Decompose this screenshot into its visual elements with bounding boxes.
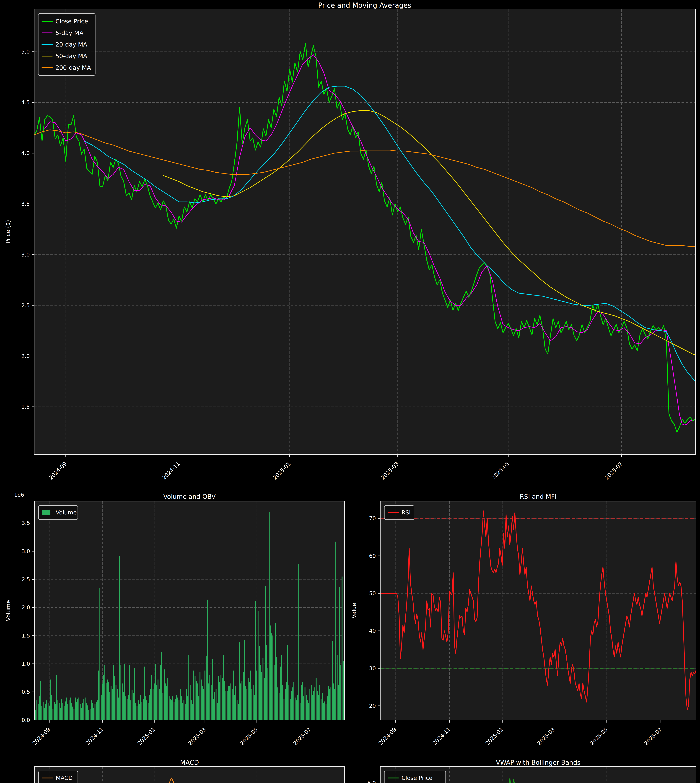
price-ma-axes-bg	[34, 9, 695, 455]
svg-text:5.0: 5.0	[367, 780, 376, 783]
svg-text:2025-07: 2025-07	[643, 726, 663, 746]
volume-obv-axes-bg	[35, 501, 345, 720]
svg-text:2.5: 2.5	[22, 576, 30, 583]
svg-text:2024-09: 2024-09	[377, 726, 397, 746]
vwap-bb-legend: Close PriceVWAPVWAP BB UpperVWAP BB Lowe…	[384, 771, 446, 783]
price-ma-legend: Close Price5-day MA20-day MA50-day MA200…	[38, 13, 95, 75]
svg-text:3.0: 3.0	[21, 252, 30, 258]
svg-text:2025-05: 2025-05	[589, 726, 609, 746]
chart-title: Volume and OBV	[35, 493, 345, 500]
svg-text:2025-07: 2025-07	[292, 726, 312, 746]
svg-text:2024-11: 2024-11	[84, 726, 105, 746]
macd-axes-bg	[35, 766, 345, 783]
svg-text:2025-03: 2025-03	[536, 726, 556, 746]
svg-text:20-day MA: 20-day MA	[55, 41, 87, 48]
svg-text:Close Price: Close Price	[402, 775, 432, 781]
technical-analysis-dashboard: { "chart_data": { "charts": [ { "id": "p…	[0, 0, 700, 783]
svg-text:3.5: 3.5	[21, 201, 30, 207]
svg-text:40: 40	[369, 628, 376, 634]
svg-text:2.0: 2.0	[21, 353, 30, 359]
svg-text:3.0: 3.0	[22, 548, 30, 554]
price-ma-ylabel: Price ($)	[5, 220, 11, 243]
macd-legend: MACDSignal	[38, 771, 78, 783]
svg-text:50-day MA: 50-day MA	[55, 53, 87, 60]
volume-obv-ylabel: Volume	[5, 600, 12, 621]
svg-text:2025-01: 2025-01	[136, 726, 157, 746]
svg-text:2024-09: 2024-09	[31, 726, 52, 746]
svg-text:RSI: RSI	[402, 509, 411, 516]
volume-obv-legend: Volume	[38, 505, 78, 520]
price-moving-averages-chart: Price and Moving Averages 1.52.02.53.03.…	[0, 0, 700, 490]
svg-text:2025-03: 2025-03	[380, 461, 400, 481]
svg-text:30: 30	[369, 665, 376, 671]
chart-title: Price and Moving Averages	[34, 1, 695, 9]
svg-text:4.0: 4.0	[21, 150, 30, 156]
svg-text:5-day MA: 5-day MA	[55, 30, 83, 36]
svg-text:2.5: 2.5	[21, 302, 30, 308]
chart-title: MACD	[35, 759, 345, 766]
macd-plot: −0.3−0.2−0.10.00.10.22024-092024-112025-…	[0, 753, 349, 783]
svg-text:Volume: Volume	[56, 509, 77, 516]
svg-text:2024-11: 2024-11	[161, 461, 181, 481]
svg-text:2024-11: 2024-11	[432, 726, 452, 746]
svg-text:2025-03: 2025-03	[187, 726, 207, 746]
svg-text:2025-05: 2025-05	[490, 461, 510, 481]
rsi-mfi-ylabel: Value	[351, 603, 357, 618]
svg-text:1.5: 1.5	[21, 404, 30, 410]
price-moving-averages-plot: 1.52.02.53.03.54.04.55.02024-092024-1120…	[0, 0, 700, 490]
svg-text:60: 60	[369, 553, 376, 559]
svg-text:20: 20	[369, 703, 376, 709]
rsi-mfi-axes-bg	[380, 501, 696, 720]
svg-text:2025-01: 2025-01	[484, 726, 504, 746]
svg-text:2024-09: 2024-09	[48, 461, 68, 481]
svg-text:1.0: 1.0	[22, 661, 30, 667]
chart-title: RSI and MFI	[380, 493, 696, 500]
svg-text:MACD: MACD	[56, 775, 73, 781]
svg-text:2025-05: 2025-05	[239, 726, 259, 746]
svg-text:3.5: 3.5	[22, 520, 30, 526]
svg-text:0.0: 0.0	[22, 717, 30, 723]
svg-text:2025-07: 2025-07	[603, 461, 624, 481]
volume-obv-chart: Volume and OBV 0.00.51.01.52.02.53.03.52…	[0, 490, 349, 753]
rsi-mfi-legend: RSI	[384, 505, 414, 520]
svg-text:Close Price: Close Price	[55, 18, 88, 25]
svg-text:0.5: 0.5	[22, 689, 30, 695]
svg-text:5.0: 5.0	[21, 48, 30, 55]
svg-text:200-day MA: 200-day MA	[55, 64, 91, 71]
vwap-bollinger-plot: 1.52.02.53.03.54.04.55.02024-092024-1120…	[349, 753, 700, 783]
rsi-mfi-chart: RSI and MFI 2030405060702024-092024-1120…	[349, 490, 700, 753]
chart-title: VWAP with Bollinger Bands	[380, 759, 696, 766]
svg-text:1.5: 1.5	[22, 633, 30, 639]
volume-obv-plot: 0.00.51.01.52.02.53.03.52024-092024-1120…	[0, 490, 349, 753]
svg-text:2025-01: 2025-01	[272, 461, 292, 481]
svg-text:4.5: 4.5	[21, 99, 30, 105]
svg-text:50: 50	[369, 590, 376, 596]
rsi-mfi-plot: 2030405060702024-092024-112025-012025-03…	[349, 490, 700, 753]
svg-text:70: 70	[369, 515, 376, 521]
volume-obv-axis-offset: 1e6	[14, 492, 24, 498]
vwap-bollinger-chart: VWAP with Bollinger Bands 1.52.02.53.03.…	[349, 753, 700, 783]
svg-text:2.0: 2.0	[22, 604, 30, 611]
macd-chart: MACD −0.3−0.2−0.10.00.10.22024-092024-11…	[0, 753, 349, 783]
